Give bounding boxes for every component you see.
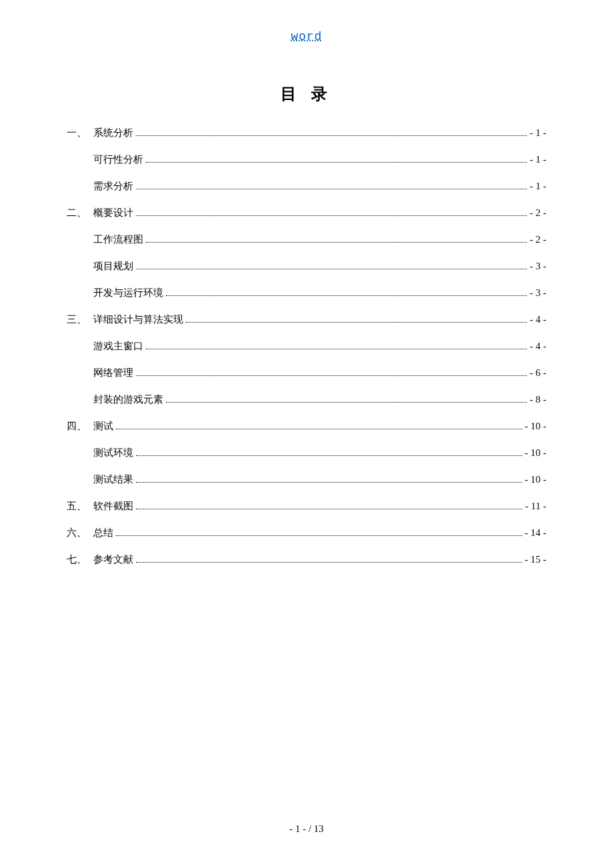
toc-entry-label: 测试环境 [93,445,133,461]
toc-leader-dots [136,509,522,509]
toc-leader-dots [136,562,522,563]
toc-leader-dots [136,269,527,269]
toc-entry[interactable]: 五、软件截图- 11 - [67,498,546,514]
toc-leader-dots [136,482,522,483]
toc-entry[interactable]: 需求分析- 1 - [93,178,546,194]
toc-leader-dots [166,402,527,403]
toc-entry-label: 系统分析 [93,125,133,141]
toc-title: 目 录 [67,83,546,105]
toc-entry[interactable]: 测试环境- 10 - [93,445,546,461]
toc-entry-page: - 4 - [530,311,546,327]
toc-entry-page: - 1 - [530,151,546,167]
page-footer: - 1 - / 13 [0,823,613,835]
toc-entry[interactable]: 二、概要设计- 2 - [67,205,546,221]
document-page: word 目 录 一、系统分析- 1 -可行性分析- 1 -需求分析- 1 -二… [0,0,613,868]
toc-entry-label: 软件截图 [93,498,133,514]
table-of-contents: 一、系统分析- 1 -可行性分析- 1 -需求分析- 1 -二、概要设计- 2 … [67,125,546,567]
toc-entry-number: 七、 [67,551,93,567]
toc-entry-number: 五、 [67,498,93,514]
toc-entry[interactable]: 三、详细设计与算法实现- 4 - [67,311,546,327]
toc-leader-dots [136,455,522,456]
toc-entry-page: - 15 - [525,551,547,567]
header-link-container: word [67,30,546,43]
toc-entry-number: 四、 [67,418,93,434]
toc-entry-page: - 8 - [530,391,546,407]
toc-leader-dots [146,349,527,349]
toc-entry-page: - 1 - [530,125,546,141]
toc-entry[interactable]: 七、参考文献- 15 - [67,551,546,567]
toc-leader-dots [186,322,527,323]
toc-entry[interactable]: 四、测试- 10 - [67,418,546,434]
toc-leader-dots [136,215,527,216]
toc-entry[interactable]: 测试结果- 10 - [93,471,546,487]
toc-entry-label: 封装的游戏元素 [93,391,163,407]
toc-entry-number: 二、 [67,205,93,221]
toc-entry-label: 网络管理 [93,365,133,381]
toc-entry[interactable]: 网络管理- 6 - [93,365,546,381]
toc-entry-page: - 4 - [530,338,546,354]
toc-entry-label: 工作流程图 [93,231,143,247]
toc-entry[interactable]: 开发与运行环境- 3 - [93,285,546,301]
toc-entry-label: 详细设计与算法实现 [93,311,183,327]
toc-entry-page: - 11 - [525,498,546,514]
toc-leader-dots [116,429,522,429]
toc-leader-dots [136,135,527,136]
toc-entry-page: - 6 - [530,365,546,381]
word-link[interactable]: word [291,30,322,43]
toc-entry-page: - 2 - [530,205,546,221]
toc-leader-dots [146,242,527,243]
toc-entry-label: 概要设计 [93,205,133,221]
toc-entry-page: - 10 - [525,471,547,487]
toc-entry[interactable]: 游戏主窗口- 4 - [93,338,546,354]
toc-entry-label: 测试结果 [93,471,133,487]
toc-entry-number: 三、 [67,311,93,327]
toc-entry-page: - 10 - [525,445,547,461]
toc-entry-label: 开发与运行环境 [93,285,163,301]
toc-entry-label: 可行性分析 [93,151,143,167]
toc-entry-page: - 3 - [530,258,546,274]
toc-leader-dots [136,189,527,189]
toc-entry[interactable]: 工作流程图- 2 - [93,231,546,247]
toc-entry-label: 参考文献 [93,551,133,567]
toc-entry[interactable]: 可行性分析- 1 - [93,151,546,167]
toc-leader-dots [166,295,527,296]
toc-leader-dots [146,162,527,163]
toc-entry-page: - 14 - [525,525,547,541]
toc-leader-dots [116,535,522,536]
toc-entry-number: 一、 [67,125,93,141]
toc-entry-number: 六、 [67,525,93,541]
toc-entry[interactable]: 一、系统分析- 1 - [67,125,546,141]
toc-entry-label: 游戏主窗口 [93,338,143,354]
toc-entry-label: 总结 [93,525,113,541]
toc-entry[interactable]: 六、总结- 14 - [67,525,546,541]
toc-entry[interactable]: 项目规划- 3 - [93,258,546,274]
toc-leader-dots [136,375,527,376]
toc-entry-label: 项目规划 [93,258,133,274]
toc-entry-label: 需求分析 [93,178,133,194]
toc-entry-page: - 10 - [525,418,547,434]
toc-entry-page: - 3 - [530,285,546,301]
toc-entry-page: - 1 - [530,178,546,194]
toc-entry-label: 测试 [93,418,113,434]
toc-entry[interactable]: 封装的游戏元素- 8 - [93,391,546,407]
toc-entry-page: - 2 - [530,231,546,247]
